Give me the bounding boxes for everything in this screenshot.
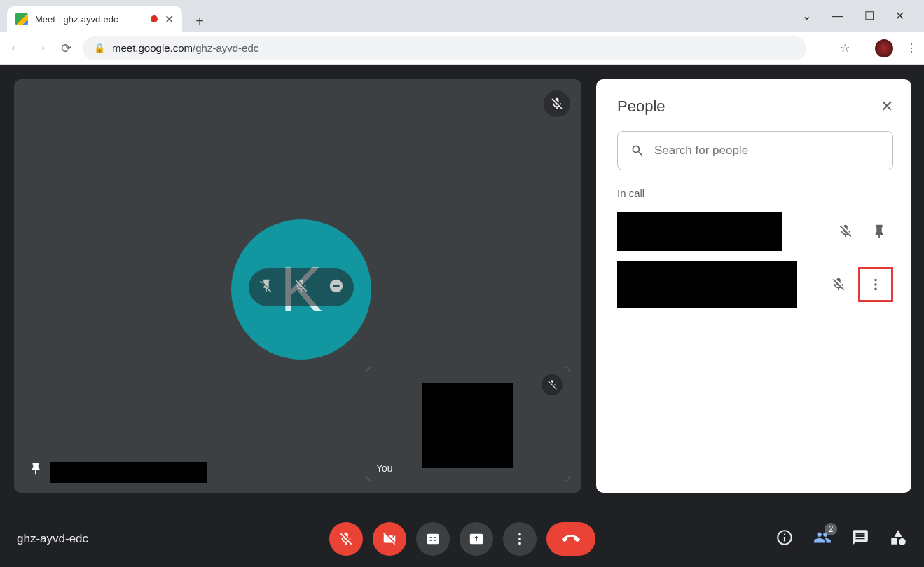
chat-button[interactable]	[851, 528, 869, 549]
unpin-icon[interactable]	[258, 278, 274, 296]
pin-outline-icon[interactable]	[865, 224, 893, 239]
self-video-tile[interactable]: You	[366, 367, 570, 481]
bookmark-star-icon[interactable]: ☆	[840, 41, 850, 55]
lock-icon: 🔒	[94, 43, 105, 53]
people-panel: People ✕ In call	[596, 79, 911, 493]
search-people-field[interactable]	[617, 131, 893, 170]
mic-off-icon[interactable]	[832, 224, 860, 239]
reload-icon[interactable]: ⟳	[57, 41, 74, 56]
svg-point-6	[518, 538, 521, 540]
toggle-mic-button[interactable]	[329, 522, 363, 556]
window-controls: ⌄ — ☐ ✕	[802, 0, 924, 32]
minimize-icon[interactable]: —	[832, 10, 843, 22]
recording-indicator-icon	[151, 15, 158, 22]
browser-menu-icon[interactable]: ⋮	[906, 41, 917, 55]
profile-avatar[interactable]	[875, 39, 893, 57]
search-people-input[interactable]	[654, 144, 880, 158]
browser-tabbar: Meet - ghz-ayvd-edc ✕ +	[0, 0, 924, 32]
more-options-button[interactable]	[503, 522, 537, 556]
meeting-code: ghz-ayvd-edc	[17, 532, 88, 546]
captions-button[interactable]	[416, 522, 450, 556]
url-host: meet.google.com	[112, 42, 193, 54]
tab-close-icon[interactable]: ✕	[165, 13, 174, 26]
back-icon[interactable]: ←	[7, 41, 24, 55]
svg-point-4	[874, 288, 877, 291]
panel-close-icon[interactable]: ✕	[881, 97, 893, 116]
more-vert-icon	[868, 277, 883, 292]
browser-tab[interactable]: Meet - ghz-ayvd-edc ✕	[7, 6, 182, 32]
meet-app: K You People ✕ In call	[0, 65, 924, 567]
present-screen-button[interactable]	[460, 522, 493, 556]
people-button[interactable]: 2	[813, 528, 832, 549]
in-call-label: In call	[617, 187, 893, 199]
person-more-options-highlighted[interactable]	[858, 267, 893, 302]
activities-button[interactable]	[889, 528, 907, 549]
participant-muted-icon	[544, 90, 570, 117]
person-name-redacted	[617, 261, 797, 308]
meet-bottom-bar: ghz-ayvd-edc 2	[0, 511, 924, 567]
toggle-camera-button[interactable]	[373, 522, 406, 556]
self-label: You	[376, 463, 393, 474]
main-video-tile[interactable]: K You	[14, 79, 581, 493]
tab-title: Meet - ghz-ayvd-edc	[35, 14, 144, 25]
svg-point-7	[518, 542, 521, 545]
tile-hover-controls	[249, 268, 354, 306]
meeting-details-button[interactable]	[775, 528, 794, 549]
leave-call-button[interactable]	[546, 522, 595, 556]
person-name-redacted	[617, 212, 782, 251]
people-count-badge: 2	[825, 523, 837, 535]
person-row	[617, 212, 893, 251]
mic-off-icon[interactable]	[825, 277, 853, 292]
self-thumbnail	[422, 383, 513, 468]
pin-icon[interactable]	[28, 462, 43, 480]
meet-favicon	[15, 13, 28, 25]
remove-participant-icon[interactable]	[329, 278, 344, 296]
participant-name-redacted	[50, 462, 207, 483]
svg-point-5	[518, 533, 521, 536]
self-muted-icon	[542, 374, 563, 395]
svg-point-2	[874, 279, 877, 282]
mute-participant-icon[interactable]	[294, 278, 309, 296]
panel-title: People	[617, 97, 666, 116]
svg-point-3	[874, 283, 877, 286]
address-bar[interactable]: 🔒 meet.google.com/ghz-ayvd-edc	[83, 36, 806, 60]
maximize-icon[interactable]: ☐	[864, 9, 874, 22]
person-row	[617, 265, 893, 304]
search-icon	[630, 143, 644, 158]
new-tab-button[interactable]: +	[189, 11, 210, 32]
url-path: /ghz-ayvd-edc	[193, 42, 258, 54]
chevron-down-icon[interactable]: ⌄	[802, 9, 811, 22]
forward-icon[interactable]: →	[32, 41, 49, 55]
close-window-icon[interactable]: ✕	[895, 9, 904, 22]
browser-toolbar: ← → ⟳ 🔒 meet.google.com/ghz-ayvd-edc ☆ ⋮	[0, 32, 924, 65]
